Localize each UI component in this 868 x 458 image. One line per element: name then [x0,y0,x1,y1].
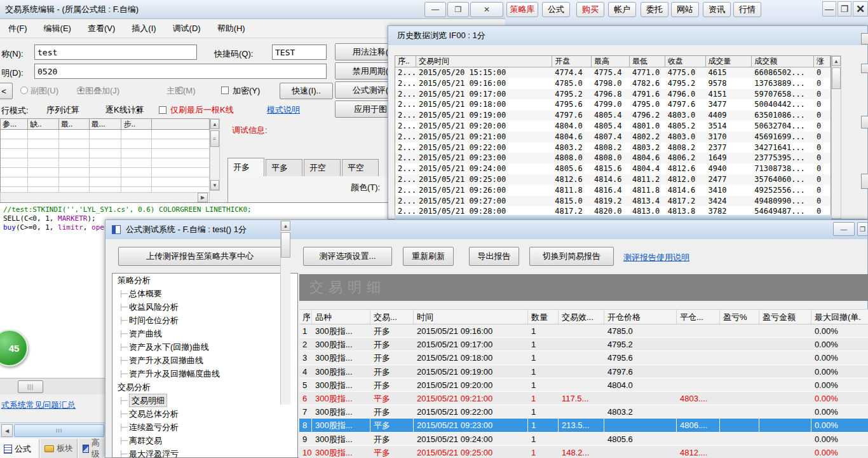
description-input[interactable] [34,64,327,79]
toolbar-button[interactable]: 网站 [671,2,699,17]
column-header[interactable] [152,119,210,130]
tree-item[interactable]: 资产及水下(回撤)曲线 [112,340,297,354]
table-row[interactable]: 2...2015/05/21 09:18:004795.64799.04795.… [395,99,831,110]
param-cell[interactable] [121,168,152,177]
param-cell[interactable] [90,177,122,187]
param-cell[interactable] [152,130,210,139]
param-cell[interactable] [152,139,210,149]
column-header[interactable]: 盈亏金额 [759,310,811,324]
tester-toolbar-button[interactable]: 重新刷新 [403,247,454,266]
column-header[interactable]: 平仓... [677,310,720,324]
scrollbar-thumb[interactable] [281,232,290,258]
param-cell[interactable] [28,139,59,149]
column-header[interactable]: 最大回撤(单. [811,310,868,324]
toolbar-button[interactable]: 资讯 [703,2,731,17]
table-row[interactable]: 2...2015/05/21 09:20:004804.04805.44801.… [395,121,831,132]
column-header[interactable]: 成交额 [752,56,814,67]
column-header[interactable]: 最.. [59,119,90,130]
toolbar-button[interactable]: 帐户 [608,2,636,17]
param-cell[interactable] [28,168,59,177]
param-vscrollbar[interactable]: ▲ ≡ ▼ [210,118,220,191]
column-header[interactable]: 开仓价格 [604,310,677,324]
maximize-button[interactable]: ❐ [447,2,469,17]
table-row[interactable]: 9300股指...开多2015/05/21 09:24:0014805.60.0… [299,433,868,446]
column-header[interactable]: 最高 [592,56,630,67]
minimize-button[interactable]: — [822,1,836,17]
toolbar-button[interactable]: 购买 [576,2,604,17]
tree-item[interactable]: 连续盈亏分析 [112,420,297,434]
menu-item[interactable]: 插入(I) [123,19,164,38]
history-titlebar[interactable]: 历史数据浏览 IF00 : 1分 [388,26,867,45]
signal-tab[interactable]: 开多 [227,158,264,176]
bottom-tab-板块[interactable]: 板块 [41,439,78,458]
tree-item[interactable]: 总体概要 [112,287,297,300]
table-row[interactable]: 2...2015/05/21 09:21:004804.64807.44802.… [395,132,831,142]
table-row[interactable]: 2...2015/05/21 09:24:004805.64815.64804.… [395,163,831,174]
tree-item[interactable]: 离群交易 [112,434,297,447]
param-cell[interactable] [90,168,122,177]
param-cell[interactable] [1,149,28,158]
param-cell[interactable] [28,177,59,187]
param-cell[interactable] [1,130,28,139]
column-header[interactable]: 品种 [312,310,370,324]
minimize-button[interactable]: — [833,222,855,236]
subchart-radio[interactable] [20,87,28,94]
column-header[interactable]: 交易效... [559,310,604,324]
column-header[interactable]: 参... [1,119,28,130]
table-row[interactable]: 3300股指...开多2015/05/21 09:18:0014795.60.0… [299,351,868,364]
scroll-up-icon[interactable]: ▲ [210,119,219,129]
encrypt-checkbox[interactable] [221,87,229,94]
history-vscrollbar[interactable]: ▲ [831,55,841,219]
param-cell[interactable] [152,177,210,187]
tree-item[interactable]: 资产曲线 [112,327,297,340]
mode-help-link[interactable]: 模式说明 [267,104,300,116]
table-row[interactable]: 2...2015/05/21 09:17:004795.24796.84791.… [395,89,831,100]
bottom-tab-高级[interactable]: 高级 [79,439,107,458]
bottom-hscrollbar[interactable]: ◀ III [0,422,105,438]
param-cell[interactable] [90,139,122,149]
table-row[interactable]: 7300股指...开多2015/05/21 09:22:0014803.20.0… [299,405,868,419]
table-row[interactable]: 2300股指...开多2015/05/21 09:17:0014795.20.0… [299,338,868,351]
tree-item[interactable]: 交易明细 [112,394,297,407]
name-input[interactable] [34,45,197,60]
tester-toolbar-button[interactable]: 测评选项设置... [303,247,392,266]
param-cell[interactable] [1,177,28,187]
table-row[interactable]: 8300股指...平多2015/05/21 09:23:001213.5...4… [299,419,868,432]
param-cell[interactable] [121,130,152,139]
param-cell[interactable] [152,158,210,168]
column-header[interactable]: 交易时间 [416,56,552,67]
tree-item[interactable]: 收益风险分析 [112,300,297,314]
report-help-link[interactable]: 测评报告使用说明 [623,252,689,263]
tree-item[interactable]: 资产升水及回撤曲线 [112,354,297,367]
param-cell[interactable] [90,130,122,139]
param-cell[interactable] [1,158,28,168]
tester-titlebar[interactable]: 公式测试系统 - F.自编 : test() 1分 [105,220,867,239]
menu-item[interactable]: 查看(V) [79,19,123,38]
refresh-last-checkbox[interactable] [159,106,166,114]
menu-item[interactable]: 调试(D) [165,19,209,38]
param-cell[interactable] [59,168,90,177]
param-cell[interactable] [152,168,210,177]
tester-toolbar-button[interactable]: 导出报告 [469,247,519,266]
param-cell[interactable] [90,149,122,158]
table-row[interactable]: 2...2015/05/21 09:26:004811.84816.44811.… [395,185,831,196]
param-cell[interactable] [1,139,28,149]
table-row[interactable]: 10300股指...平多2015/05/21 09:25:001148.2...… [299,446,868,458]
param-cell[interactable] [59,149,90,158]
tree-item[interactable]: 资产升水及回撤幅度曲线 [112,367,297,380]
scroll-right-icon[interactable]: ▶ [198,193,208,202]
clipped-button[interactable]: < [0,83,13,99]
param-cell[interactable] [28,130,59,139]
signal-tab[interactable]: 平多 [266,159,302,176]
scroll-left-icon[interactable]: ◀ [1,424,13,437]
column-header[interactable]: 步.. [121,119,152,130]
tree-item[interactable]: 最大浮盈浮亏 [112,447,297,458]
param-cell[interactable] [90,158,122,168]
tester-toolbar-button[interactable]: 切换到简易报告 [529,247,614,266]
scroll-up-icon[interactable]: ▲ [832,56,841,66]
param-cell[interactable] [59,139,90,149]
column-header[interactable]: 盈亏% [720,310,759,324]
column-header[interactable]: 开盘 [552,56,592,67]
scrollbar-thumb[interactable]: ≡ [210,130,219,147]
table-row[interactable]: 4300股指...开多2015/05/21 09:19:0014797.60.0… [299,365,868,378]
